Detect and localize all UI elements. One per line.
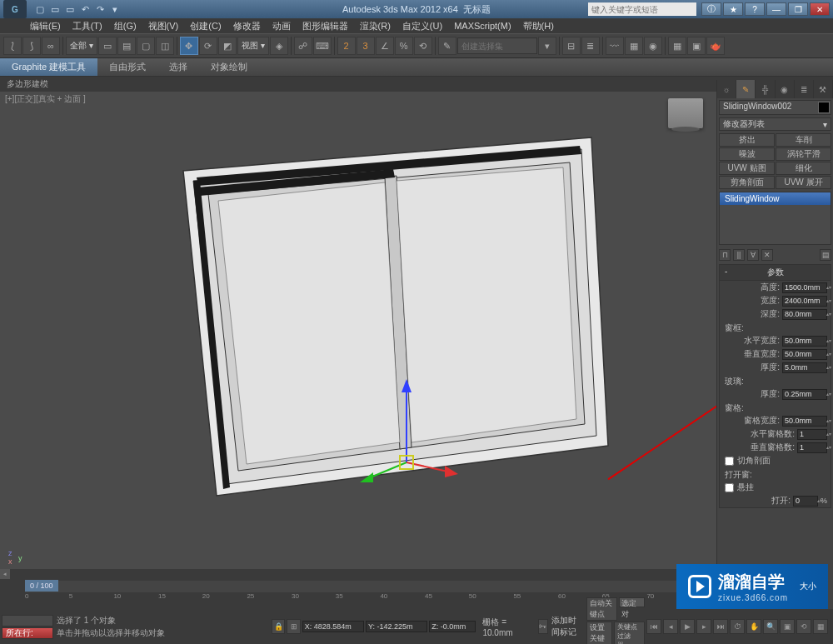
object-name-field[interactable]: SlidingWindow002 bbox=[719, 100, 831, 115]
app-icon[interactable]: G bbox=[3, 0, 27, 18]
manip-icon[interactable]: ☍ bbox=[294, 37, 312, 55]
spinner-snap-icon[interactable]: ⟲ bbox=[414, 37, 432, 55]
ribbon-tab-paint[interactable]: 对象绘制 bbox=[199, 58, 259, 76]
viewcube[interactable] bbox=[668, 98, 703, 128]
prev-frame-icon[interactable]: ◂ bbox=[663, 619, 678, 634]
minimize-button[interactable]: — bbox=[766, 2, 786, 16]
render-icon[interactable]: 🫖 bbox=[706, 37, 725, 55]
material-editor-icon[interactable]: ◉ bbox=[644, 37, 662, 55]
qat-save-icon[interactable]: ▭ bbox=[63, 2, 77, 16]
ribbon-tab-graphite[interactable]: Graphite 建模工具 bbox=[0, 58, 97, 76]
scale-icon[interactable]: ◩ bbox=[218, 37, 237, 55]
help-icon[interactable]: ? bbox=[745, 2, 765, 16]
zoom-extents-icon[interactable]: ▣ bbox=[780, 619, 795, 634]
spinner-hframe[interactable]: 50.0mm bbox=[782, 336, 827, 347]
render-setup-icon[interactable]: ▦ bbox=[668, 37, 686, 55]
mod-uvwunwrap[interactable]: UVW 展开 bbox=[776, 176, 831, 189]
render-frame-icon[interactable]: ▣ bbox=[687, 37, 706, 55]
info-icon[interactable]: ⓘ bbox=[701, 2, 721, 16]
make-unique-icon[interactable]: ∀ bbox=[747, 249, 759, 261]
tab-hierarchy-icon[interactable]: ╬ bbox=[756, 80, 775, 98]
pivot-icon[interactable]: ◈ bbox=[270, 37, 288, 55]
mod-noise[interactable]: 噪波 bbox=[719, 147, 775, 161]
mod-lathe[interactable]: 车削 bbox=[776, 133, 831, 147]
qat-open-icon[interactable]: ▭ bbox=[48, 2, 62, 16]
tab-modify-icon[interactable]: ✎ bbox=[736, 80, 756, 98]
bind-icon[interactable]: ∞ bbox=[42, 37, 60, 55]
menu-render[interactable]: 渲染(R) bbox=[355, 20, 396, 32]
rollout-header-params[interactable]: 参数 bbox=[720, 265, 831, 281]
viewport-label[interactable]: [+][正交][真实 + 边面 ] bbox=[5, 93, 86, 105]
menu-create[interactable]: 创建(C) bbox=[185, 20, 226, 32]
help-search[interactable] bbox=[588, 2, 696, 16]
spinner-thick[interactable]: 5.0mm bbox=[782, 362, 827, 373]
spinner-depth[interactable]: 80.0mm bbox=[782, 309, 827, 320]
spinner-vframe[interactable]: 50.0mm bbox=[782, 349, 827, 360]
menu-view[interactable]: 视图(V) bbox=[143, 20, 184, 32]
set-key-button[interactable]: 设置关键点 bbox=[586, 622, 613, 644]
menu-help[interactable]: 帮助(H) bbox=[518, 20, 559, 32]
pan-icon[interactable]: ✋ bbox=[746, 619, 761, 634]
lock-icon[interactable]: 🔒 bbox=[272, 619, 285, 634]
viewport-h-scrollbar[interactable]: ◂▸ bbox=[0, 569, 716, 579]
layers-icon[interactable]: ≣ bbox=[581, 37, 600, 55]
spinner-glaze-thick[interactable]: 0.25mm bbox=[782, 389, 827, 400]
tab-utilities-icon[interactable]: ⚒ bbox=[814, 80, 833, 98]
play-icon[interactable]: ▶ bbox=[680, 619, 695, 634]
stack-item-slidingwindow[interactable]: SlidingWindow bbox=[720, 192, 831, 205]
add-time-tag[interactable]: 添加时间标记 bbox=[548, 615, 585, 638]
select-link-icon[interactable]: ⟅ bbox=[3, 37, 22, 55]
percent-snap-icon[interactable]: % bbox=[395, 37, 413, 55]
qat-more-icon[interactable]: ▾ bbox=[108, 2, 122, 16]
menu-customize[interactable]: 自定义(U) bbox=[397, 20, 447, 32]
rotate-icon[interactable]: ⟳ bbox=[199, 37, 217, 55]
maximize-button[interactable]: ❐ bbox=[788, 2, 808, 16]
modifier-stack[interactable]: SlidingWindow bbox=[719, 192, 831, 245]
time-tag-icon[interactable]: 🗝 bbox=[538, 619, 548, 634]
tab-motion-icon[interactable]: ◉ bbox=[776, 80, 795, 98]
mod-uvwmap[interactable]: UVW 贴图 bbox=[719, 162, 775, 175]
next-frame-icon[interactable]: ▸ bbox=[696, 619, 711, 634]
window-crossing-icon[interactable]: ◫ bbox=[156, 37, 174, 55]
keyboard-icon[interactable]: ⌨ bbox=[313, 37, 332, 55]
mod-chamferprofile[interactable]: 剪角剖面 bbox=[719, 176, 775, 189]
menu-animation[interactable]: 动画 bbox=[267, 20, 296, 32]
star-icon[interactable]: ★ bbox=[723, 2, 743, 16]
modifier-list-dropdown[interactable]: 修改器列表▾ bbox=[719, 117, 831, 131]
qat-redo-icon[interactable]: ↷ bbox=[93, 2, 107, 16]
tab-display-icon[interactable]: ≣ bbox=[795, 80, 814, 98]
qat-new-icon[interactable]: ▢ bbox=[33, 2, 47, 16]
tab-create-icon[interactable]: ☼ bbox=[717, 80, 736, 98]
mirror-icon[interactable]: ▾ bbox=[538, 37, 556, 55]
menu-grapheditors[interactable]: 图形编辑器 bbox=[297, 20, 353, 32]
angle-snap-icon[interactable]: ∠ bbox=[376, 37, 394, 55]
menu-tools[interactable]: 工具(T) bbox=[67, 20, 107, 32]
max-viewport-icon[interactable]: ▦ bbox=[813, 619, 828, 634]
menu-maxscript[interactable]: MAXScript(M) bbox=[449, 21, 516, 31]
time-slider-thumb[interactable]: 0 / 100 bbox=[25, 580, 58, 592]
coord-y[interactable]: Y: -142.225m bbox=[366, 621, 427, 632]
goto-start-icon[interactable]: ⏮ bbox=[646, 619, 661, 634]
spinner-width[interactable]: 2400.0mm bbox=[782, 296, 827, 307]
spinner-open[interactable]: 0 bbox=[793, 496, 818, 507]
remove-mod-icon[interactable]: ✕ bbox=[761, 249, 773, 261]
menu-edit[interactable]: 编辑(E) bbox=[25, 20, 66, 32]
named-selection-input[interactable] bbox=[457, 37, 537, 54]
qat-undo-icon[interactable]: ↶ bbox=[78, 2, 92, 16]
schematic-icon[interactable]: ▦ bbox=[625, 37, 643, 55]
key-selected[interactable]: 选定对 bbox=[619, 597, 645, 607]
selection-filter[interactable]: 全部 ▾ bbox=[66, 37, 97, 55]
zoom-icon[interactable]: 🔍 bbox=[763, 619, 778, 634]
ribbon-tab-selection[interactable]: 选择 bbox=[157, 58, 199, 76]
move-icon[interactable]: ✥ bbox=[180, 37, 198, 55]
coord-x[interactable]: X: 4828.584m bbox=[302, 621, 364, 632]
mod-extrude[interactable]: 挤出 bbox=[719, 133, 775, 147]
goto-end-icon[interactable]: ⏭ bbox=[713, 619, 728, 634]
mod-turbosmooth[interactable]: 涡轮平滑 bbox=[776, 147, 831, 161]
menu-group[interactable]: 组(G) bbox=[109, 20, 142, 32]
key-filters[interactable]: 关键点过滤器... bbox=[614, 622, 645, 644]
auto-key-button[interactable]: 自动关键点 bbox=[586, 597, 618, 621]
checkbox-hung[interactable] bbox=[725, 483, 734, 492]
orbit-icon[interactable]: ⟲ bbox=[796, 619, 811, 634]
ribbon-tab-freeform[interactable]: 自由形式 bbox=[97, 58, 157, 76]
